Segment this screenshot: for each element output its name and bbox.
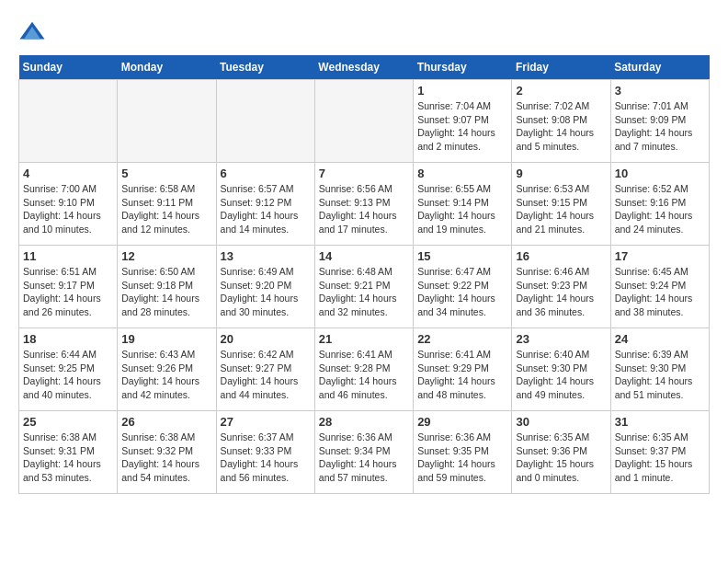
weekday-header-tuesday: Tuesday (216, 55, 314, 80)
week-row-3: 11Sunrise: 6:51 AM Sunset: 9:17 PM Dayli… (19, 246, 710, 328)
day-number: 24 (615, 332, 705, 346)
day-info: Sunrise: 6:38 AM Sunset: 9:32 PM Dayligh… (121, 431, 211, 485)
day-info: Sunrise: 6:58 AM Sunset: 9:11 PM Dayligh… (121, 182, 211, 236)
weekday-header-monday: Monday (118, 55, 216, 80)
day-info: Sunrise: 6:44 AM Sunset: 9:25 PM Dayligh… (23, 348, 113, 402)
day-number: 4 (23, 167, 113, 180)
calendar-cell (216, 80, 314, 163)
day-info: Sunrise: 6:39 AM Sunset: 9:30 PM Dayligh… (615, 348, 705, 402)
day-number: 19 (121, 332, 211, 346)
day-number: 26 (121, 415, 211, 429)
calendar-cell: 27Sunrise: 6:37 AM Sunset: 9:33 PM Dayli… (216, 411, 314, 494)
day-number: 3 (615, 84, 705, 98)
weekday-header-saturday: Saturday (610, 55, 709, 80)
day-info: Sunrise: 6:42 AM Sunset: 9:27 PM Dayligh… (221, 348, 311, 402)
day-number: 22 (417, 332, 507, 346)
day-info: Sunrise: 6:46 AM Sunset: 9:23 PM Dayligh… (516, 265, 606, 319)
day-number: 16 (516, 249, 606, 263)
day-info: Sunrise: 6:41 AM Sunset: 9:28 PM Dayligh… (319, 348, 409, 402)
calendar-cell: 3Sunrise: 7:01 AM Sunset: 9:09 PM Daylig… (610, 80, 709, 163)
calendar-cell: 13Sunrise: 6:49 AM Sunset: 9:20 PM Dayli… (216, 246, 314, 328)
day-number: 12 (121, 249, 211, 263)
calendar-cell: 14Sunrise: 6:48 AM Sunset: 9:21 PM Dayli… (314, 246, 413, 328)
day-number: 29 (417, 415, 507, 429)
day-info: Sunrise: 7:02 AM Sunset: 9:08 PM Dayligh… (516, 99, 606, 154)
day-info: Sunrise: 6:48 AM Sunset: 9:21 PM Dayligh… (319, 265, 409, 319)
calendar-cell: 28Sunrise: 6:36 AM Sunset: 9:34 PM Dayli… (314, 411, 413, 494)
calendar-cell: 4Sunrise: 7:00 AM Sunset: 9:10 PM Daylig… (19, 163, 118, 246)
calendar-cell: 30Sunrise: 6:35 AM Sunset: 9:36 PM Dayli… (512, 411, 610, 494)
day-number: 17 (615, 249, 705, 263)
day-info: Sunrise: 6:51 AM Sunset: 9:17 PM Dayligh… (23, 265, 113, 319)
day-number: 25 (23, 415, 113, 429)
calendar-cell (118, 80, 216, 163)
day-info: Sunrise: 6:55 AM Sunset: 9:14 PM Dayligh… (417, 182, 507, 236)
calendar-table: SundayMondayTuesdayWednesdayThursdayFrid… (18, 55, 710, 494)
weekday-header-thursday: Thursday (414, 55, 512, 80)
day-info: Sunrise: 6:50 AM Sunset: 9:18 PM Dayligh… (121, 265, 211, 319)
calendar-cell: 29Sunrise: 6:36 AM Sunset: 9:35 PM Dayli… (414, 411, 512, 494)
day-info: Sunrise: 6:41 AM Sunset: 9:29 PM Dayligh… (417, 348, 507, 402)
day-info: Sunrise: 6:35 AM Sunset: 9:37 PM Dayligh… (615, 431, 705, 485)
day-info: Sunrise: 6:36 AM Sunset: 9:34 PM Dayligh… (319, 431, 409, 485)
calendar-cell: 6Sunrise: 6:57 AM Sunset: 9:12 PM Daylig… (216, 163, 314, 246)
day-info: Sunrise: 6:47 AM Sunset: 9:22 PM Dayligh… (417, 265, 507, 319)
calendar-cell: 25Sunrise: 6:38 AM Sunset: 9:31 PM Dayli… (19, 411, 118, 494)
week-row-2: 4Sunrise: 7:00 AM Sunset: 9:10 PM Daylig… (19, 163, 710, 246)
calendar-cell: 12Sunrise: 6:50 AM Sunset: 9:18 PM Dayli… (118, 246, 216, 328)
day-number: 10 (615, 167, 705, 180)
logo-icon (18, 18, 46, 46)
calendar-cell: 21Sunrise: 6:41 AM Sunset: 9:28 PM Dayli… (314, 328, 413, 411)
calendar-cell: 24Sunrise: 6:39 AM Sunset: 9:30 PM Dayli… (610, 328, 709, 411)
day-info: Sunrise: 6:45 AM Sunset: 9:24 PM Dayligh… (615, 265, 705, 319)
day-info: Sunrise: 6:35 AM Sunset: 9:36 PM Dayligh… (516, 431, 606, 485)
calendar-cell: 11Sunrise: 6:51 AM Sunset: 9:17 PM Dayli… (19, 246, 118, 328)
calendar-cell (314, 80, 413, 163)
day-info: Sunrise: 6:57 AM Sunset: 9:12 PM Dayligh… (221, 182, 311, 236)
day-number: 28 (319, 415, 409, 429)
calendar-cell (19, 80, 118, 163)
calendar-cell: 16Sunrise: 6:46 AM Sunset: 9:23 PM Dayli… (512, 246, 610, 328)
day-number: 8 (417, 167, 507, 180)
day-info: Sunrise: 6:53 AM Sunset: 9:15 PM Dayligh… (516, 182, 606, 236)
day-info: Sunrise: 6:43 AM Sunset: 9:26 PM Dayligh… (121, 348, 211, 402)
calendar-cell: 7Sunrise: 6:56 AM Sunset: 9:13 PM Daylig… (314, 163, 413, 246)
calendar-cell: 10Sunrise: 6:52 AM Sunset: 9:16 PM Dayli… (610, 163, 709, 246)
calendar-cell: 5Sunrise: 6:58 AM Sunset: 9:11 PM Daylig… (118, 163, 216, 246)
weekday-header-friday: Friday (512, 55, 610, 80)
day-number: 21 (319, 332, 409, 346)
day-number: 5 (121, 167, 211, 180)
day-info: Sunrise: 7:01 AM Sunset: 9:09 PM Dayligh… (615, 99, 705, 154)
calendar-cell: 9Sunrise: 6:53 AM Sunset: 9:15 PM Daylig… (512, 163, 610, 246)
calendar-cell: 23Sunrise: 6:40 AM Sunset: 9:30 PM Dayli… (512, 328, 610, 411)
calendar-cell: 17Sunrise: 6:45 AM Sunset: 9:24 PM Dayli… (610, 246, 709, 328)
calendar-cell: 18Sunrise: 6:44 AM Sunset: 9:25 PM Dayli… (19, 328, 118, 411)
day-number: 2 (516, 84, 606, 98)
day-info: Sunrise: 6:52 AM Sunset: 9:16 PM Dayligh… (615, 182, 705, 236)
week-row-1: 1Sunrise: 7:04 AM Sunset: 9:07 PM Daylig… (19, 80, 710, 163)
calendar-cell: 26Sunrise: 6:38 AM Sunset: 9:32 PM Dayli… (118, 411, 216, 494)
header (18, 18, 710, 46)
week-row-4: 18Sunrise: 6:44 AM Sunset: 9:25 PM Dayli… (19, 328, 710, 411)
day-number: 18 (23, 332, 113, 346)
day-info: Sunrise: 6:38 AM Sunset: 9:31 PM Dayligh… (23, 431, 113, 485)
day-number: 15 (417, 249, 507, 263)
day-number: 7 (319, 167, 409, 180)
day-info: Sunrise: 7:04 AM Sunset: 9:07 PM Dayligh… (417, 99, 507, 154)
day-number: 30 (516, 415, 606, 429)
day-info: Sunrise: 6:40 AM Sunset: 9:30 PM Dayligh… (516, 348, 606, 402)
calendar-cell: 15Sunrise: 6:47 AM Sunset: 9:22 PM Dayli… (414, 246, 512, 328)
calendar-cell: 19Sunrise: 6:43 AM Sunset: 9:26 PM Dayli… (118, 328, 216, 411)
day-number: 13 (221, 249, 311, 263)
day-number: 31 (615, 415, 705, 429)
day-info: Sunrise: 6:56 AM Sunset: 9:13 PM Dayligh… (319, 182, 409, 236)
calendar-cell: 31Sunrise: 6:35 AM Sunset: 9:37 PM Dayli… (610, 411, 709, 494)
calendar-cell: 2Sunrise: 7:02 AM Sunset: 9:08 PM Daylig… (512, 80, 610, 163)
weekday-header-row: SundayMondayTuesdayWednesdayThursdayFrid… (19, 55, 710, 80)
day-info: Sunrise: 6:37 AM Sunset: 9:33 PM Dayligh… (221, 431, 311, 485)
weekday-header-sunday: Sunday (19, 55, 118, 80)
logo (18, 18, 50, 46)
calendar-cell: 22Sunrise: 6:41 AM Sunset: 9:29 PM Dayli… (414, 328, 512, 411)
day-number: 20 (221, 332, 311, 346)
day-number: 23 (516, 332, 606, 346)
